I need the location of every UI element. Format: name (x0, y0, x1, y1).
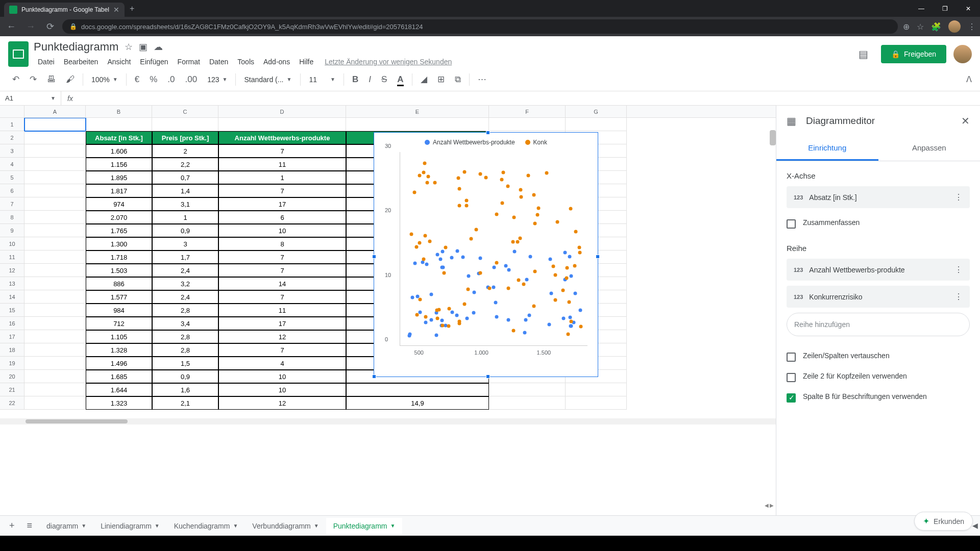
more-tools-button[interactable]: ⋯ (474, 71, 491, 88)
all-sheets-button[interactable]: ≡ (22, 517, 38, 534)
cell[interactable]: 7 (218, 184, 346, 197)
name-box[interactable]: A1▼ (0, 91, 61, 105)
cell[interactable]: 1.685 (86, 370, 152, 383)
merge-button[interactable]: ⧉ (451, 71, 465, 88)
cell[interactable] (24, 277, 86, 290)
cell[interactable] (566, 383, 627, 396)
cell[interactable]: 1,5 (152, 357, 218, 370)
cell[interactable] (24, 144, 86, 158)
aggregate-checkbox[interactable] (787, 219, 796, 229)
bold-button[interactable]: B (348, 71, 362, 88)
cell[interactable]: 1.323 (86, 396, 152, 410)
row-header[interactable]: 5 (0, 171, 24, 184)
cell[interactable]: 2.070 (86, 211, 152, 224)
menu-add-ons[interactable]: Add-ons (259, 56, 294, 68)
x-axis-field[interactable]: 123 Absatz [in Stk.] ⋮ (787, 186, 970, 208)
cell[interactable]: 1.300 (86, 237, 152, 251)
horizontal-scrollbar[interactable] (0, 418, 776, 424)
menu-datei[interactable]: Datei (34, 56, 59, 68)
cell[interactable]: 7 (218, 290, 346, 304)
cell[interactable]: 11 (218, 304, 346, 317)
cell[interactable]: 7 (218, 144, 346, 158)
cell[interactable]: 1,4 (152, 184, 218, 197)
forward-button[interactable]: → (23, 21, 38, 32)
cell[interactable]: 1 (218, 171, 346, 184)
cell[interactable]: 12 (218, 330, 346, 343)
cell[interactable]: 17 (218, 317, 346, 330)
cell[interactable]: 0,7 (152, 171, 218, 184)
decrease-decimal-button[interactable]: .0 (163, 71, 179, 88)
sheet-tab[interactable]: Verbunddiagramm ▼ (245, 518, 326, 534)
menu-ansicht[interactable]: Ansicht (103, 56, 135, 68)
cell[interactable]: 1,6 (152, 383, 218, 396)
bookmark-icon[interactable]: ☆ (917, 22, 924, 32)
cell[interactable] (24, 330, 86, 343)
cell[interactable]: 1.577 (86, 290, 152, 304)
cell[interactable] (24, 343, 86, 357)
cloud-icon[interactable]: ☁ (154, 41, 163, 53)
fill-color-button[interactable]: ◢ (416, 71, 431, 88)
cell[interactable]: 4 (218, 357, 346, 370)
cell[interactable] (24, 304, 86, 317)
row-header[interactable]: 14 (0, 290, 24, 304)
menu-einfügen[interactable]: Einfügen (136, 56, 172, 68)
row-header[interactable]: 16 (0, 317, 24, 330)
url-bar[interactable]: 🔒 docs.google.com/spreadsheets/d/16sZAG8… (62, 19, 898, 34)
browser-tab[interactable]: Punktediagramm - Google Tabel ✕ (4, 3, 125, 17)
tab-setup[interactable]: Einrichtung (776, 136, 878, 161)
series-field-2[interactable]: 123 Konkurrenzrisiko ⋮ (787, 286, 970, 308)
column-header-B[interactable]: B (86, 106, 152, 117)
cell[interactable]: 3,4 (152, 317, 218, 330)
tab-customize[interactable]: Anpassen (878, 136, 981, 161)
cell[interactable]: 1,7 (152, 251, 218, 264)
currency-button[interactable]: € (131, 71, 143, 88)
reload-button[interactable]: ⟳ (43, 21, 57, 32)
close-editor-button[interactable]: ✕ (961, 115, 970, 127)
cell[interactable]: 712 (86, 317, 152, 330)
print-button[interactable]: 🖶 (43, 71, 60, 88)
cell[interactable]: 1 (152, 211, 218, 224)
row-header[interactable]: 18 (0, 343, 24, 357)
user-avatar[interactable] (953, 45, 972, 63)
cell[interactable]: 7 (218, 343, 346, 357)
cell[interactable] (24, 237, 86, 251)
cell[interactable] (24, 290, 86, 304)
add-series-button[interactable]: Reihe hinzufügen (787, 313, 970, 336)
text-color-button[interactable]: A (393, 71, 407, 88)
field-menu-icon[interactable]: ⋮ (954, 265, 963, 274)
share-button[interactable]: 🔒 Freigeben (881, 45, 946, 63)
column-header-A[interactable]: A (24, 106, 86, 117)
profile-avatar[interactable] (948, 20, 961, 33)
explore-button[interactable]: ✦ Erkunden (914, 512, 973, 531)
cell[interactable] (24, 197, 86, 211)
row-header[interactable]: 22 (0, 396, 24, 410)
star-icon[interactable]: ☆ (125, 41, 133, 53)
cell[interactable]: 0,9 (152, 370, 218, 383)
cell[interactable]: 1.503 (86, 264, 152, 277)
scroll-right-icon[interactable]: ▶ (770, 503, 774, 508)
cell[interactable] (24, 251, 86, 264)
increase-decimal-button[interactable]: .00 (181, 71, 202, 88)
extensions-icon[interactable]: 🧩 (931, 22, 941, 32)
row-header[interactable]: 20 (0, 370, 24, 383)
row-header[interactable]: 13 (0, 277, 24, 290)
cell[interactable]: 2,8 (152, 343, 218, 357)
redo-button[interactable]: ↷ (26, 71, 41, 88)
cell[interactable] (24, 357, 86, 370)
row-header[interactable]: 6 (0, 184, 24, 197)
chrome-menu-icon[interactable]: ⋮ (968, 22, 976, 32)
cell[interactable]: 1.328 (86, 343, 152, 357)
row-header[interactable]: 2 (0, 131, 24, 144)
sheet-tab[interactable]: Kuchendiagramm ▼ (167, 518, 246, 534)
cell[interactable]: 0,9 (152, 224, 218, 237)
cell[interactable]: 984 (86, 304, 152, 317)
cell[interactable]: 2,8 (152, 304, 218, 317)
cell[interactable] (346, 118, 489, 131)
row-header[interactable]: 9 (0, 224, 24, 237)
cell[interactable]: 7 (218, 251, 346, 264)
cell[interactable]: 2,4 (152, 264, 218, 277)
cell[interactable] (24, 118, 86, 131)
percent-button[interactable]: % (145, 71, 161, 88)
move-icon[interactable]: ▣ (139, 41, 148, 53)
last-edit[interactable]: Letzte Änderung vor wenigen Sekunden (325, 58, 452, 66)
